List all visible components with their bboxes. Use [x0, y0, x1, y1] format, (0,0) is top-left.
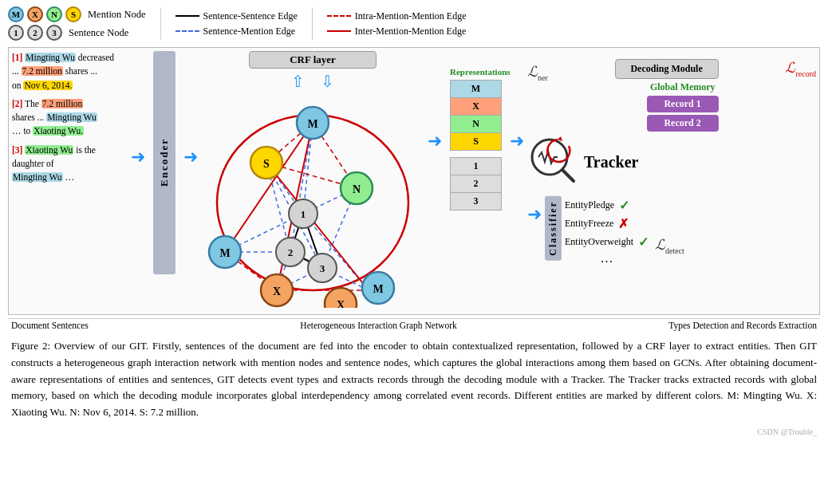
interaction-graph-svg: 1 2 3 M S N M X	[201, 93, 424, 308]
xiaoting-wu-1: Xiaoting Wu.	[33, 126, 84, 136]
entity-pledge-name: EntityPledge	[565, 199, 614, 211]
text-2b: shares ...	[12, 112, 46, 122]
arrow-doc-to-encoder: ➜	[131, 147, 145, 167]
sentence-1-index: [1]	[12, 53, 22, 62]
crf-label: CRF layer	[249, 51, 377, 69]
svg-text:3: 3	[320, 262, 325, 274]
svg-text:2: 2	[288, 246, 294, 258]
dashed-red-line-icon	[327, 15, 351, 17]
solid-red-line-icon	[327, 30, 351, 32]
doc-sentences-caption: Document Sentences	[11, 321, 89, 330]
right-section: ℒner Decoding Module Global Memory Recor…	[527, 59, 816, 266]
arrow-graph-to-rep: ➜	[428, 131, 442, 152]
xiaoting-wu-2: Xiaoting Wu	[25, 145, 73, 155]
solid-line-icon	[175, 15, 199, 17]
representations-panel: Representations M X N S	[450, 67, 502, 211]
rep-cell-x: X	[451, 98, 502, 116]
7-2-million-1: 7.2 million	[22, 66, 63, 76]
rep-row-n: N	[451, 116, 502, 133]
entity-table: EntityPledge ✓ EntityFreeze ✗ EntityOver…	[565, 196, 649, 266]
detect-loss-label: ℒdetect	[655, 236, 684, 255]
node-x-icon: X	[27, 6, 43, 22]
entity-overweight-row: EntityOverweight ✓	[565, 233, 649, 251]
classifier-entities-row: ➜ Classifier EntityPledge ✓ EntityFreeze…	[527, 196, 684, 266]
mingting-wu-2: Mingting Wu	[46, 112, 97, 122]
rep-cell-n: N	[451, 116, 502, 133]
rep-cell-2: 2	[451, 175, 502, 193]
record-loss-label: ℒrecord	[785, 59, 816, 78]
legend-intra-mention: Intra-Mention-Mention Edge	[327, 10, 467, 22]
diagram-captions: Document Sentences Heterogeneous Interac…	[8, 318, 820, 332]
entity-pledge-check: ✓	[619, 198, 629, 213]
node-1-icon: 1	[8, 25, 24, 41]
global-memory-label: Global Memory	[650, 81, 719, 93]
node-2-icon: 2	[27, 25, 43, 41]
tracker-icon-container	[527, 135, 579, 190]
inter-mention-label: Inter-Mention-Mention Edge	[355, 26, 466, 37]
legend-divider	[160, 8, 161, 40]
sentence-mention-label: Sentence-Mention Edge	[203, 26, 296, 37]
representations-table-2: 1 2 3	[450, 157, 502, 211]
sentence-3-index: [3]	[12, 145, 22, 155]
sentence-3: [3] Xiaoting Wu is thedaughter of Mingti…	[12, 144, 123, 185]
arrow-to-classifier: ➜	[527, 204, 542, 225]
record-1-box: Record 1	[647, 96, 719, 112]
svg-text:1: 1	[301, 208, 306, 220]
legend-nodes: M X N S Mention Node 1 2 3 Sentence Node	[8, 6, 146, 41]
svg-text:X: X	[337, 299, 345, 308]
rep-cell-m: M	[451, 81, 502, 98]
representations-table: M X N S	[450, 80, 502, 151]
ner-loss-label: ℒner	[527, 63, 548, 82]
rep-row-s: S	[451, 133, 502, 151]
svg-marker-47	[558, 136, 562, 141]
node-m-icon: M	[8, 6, 24, 22]
entity-freeze-cross: ✗	[618, 216, 629, 231]
node-n-icon: N	[46, 6, 62, 22]
intra-mention-label: Intra-Mention-Mention Edge	[355, 10, 467, 22]
mingting-wu-3: Mingting Wu	[12, 172, 63, 182]
node-3-icon: 3	[46, 25, 62, 41]
caption-text: Figure 2: Overview of our GIT. Firstly, …	[11, 340, 817, 418]
rep-cell-1: 1	[451, 158, 502, 175]
mention-node-label: Mention Node	[88, 9, 146, 21]
svg-text:S: S	[263, 158, 270, 170]
rep-row-3: 3	[451, 193, 502, 211]
watermark: CSDN @Trouble_	[8, 427, 820, 436]
types-caption: Types Detection and Records Extraction	[668, 321, 817, 330]
svg-line-46	[562, 170, 574, 181]
encoder-box: Encoder	[153, 51, 175, 274]
svg-text:M: M	[373, 283, 383, 295]
representations-title: Representations	[450, 67, 502, 77]
graph-area: CRF layer ⇧ ⇩	[201, 51, 424, 311]
entity-freeze-name: EntityFreeze	[565, 218, 613, 230]
legend-divider-2	[312, 8, 313, 40]
legend-sentence-sentence: Sentence-Sentence Edge	[175, 10, 298, 22]
legend-edges-right: Intra-Mention-Mention Edge Inter-Mention…	[327, 10, 467, 37]
legend-row: M X N S Mention Node 1 2 3 Sentence Node…	[8, 6, 820, 41]
sentence-node-label: Sentence Node	[69, 27, 128, 39]
nov-6-2014: Nov 6, 2014.	[23, 81, 73, 90]
legend-inter-mention: Inter-Mention-Mention Edge	[327, 26, 467, 37]
entity-pledge-row: EntityPledge ✓	[565, 196, 649, 215]
classifier-arrows: ➜	[527, 204, 542, 225]
rep-row-1: 1	[451, 158, 502, 175]
entity-more-dots: …	[565, 251, 649, 266]
7-2-million-2: 7.2 million	[41, 99, 83, 108]
crf-down-arrow: ⇩	[321, 72, 334, 91]
mingting-wu-1: Mingting Wu	[25, 53, 76, 62]
sentence-sentence-label: Sentence-Sentence Edge	[203, 10, 298, 22]
legend-edges-left: Sentence-Sentence Edge Sentence-Mention …	[175, 10, 298, 37]
node-s-icon: S	[65, 6, 81, 22]
entity-freeze-row: EntityFreeze ✗	[565, 215, 649, 233]
entity-overweight-name: EntityOverweight	[565, 236, 633, 248]
svg-text:N: N	[353, 183, 361, 195]
text-2c: … to	[12, 126, 33, 136]
decoding-global-section: Decoding Module Global Memory Record 1 R…	[615, 59, 719, 132]
tracker-text-label: Tracker	[584, 153, 639, 171]
top-right-row: ℒner Decoding Module Global Memory Recor…	[527, 59, 816, 132]
crf-arrows: ⇧ ⇩	[201, 72, 424, 91]
entity-overweight-check: ✓	[638, 234, 649, 250]
rep-row-2: 2	[451, 175, 502, 193]
legend-sentence-mention: Sentence-Mention Edge	[175, 26, 298, 37]
main-diagram: [1] Mingting Wu decreased... 7.2 million…	[8, 47, 820, 315]
